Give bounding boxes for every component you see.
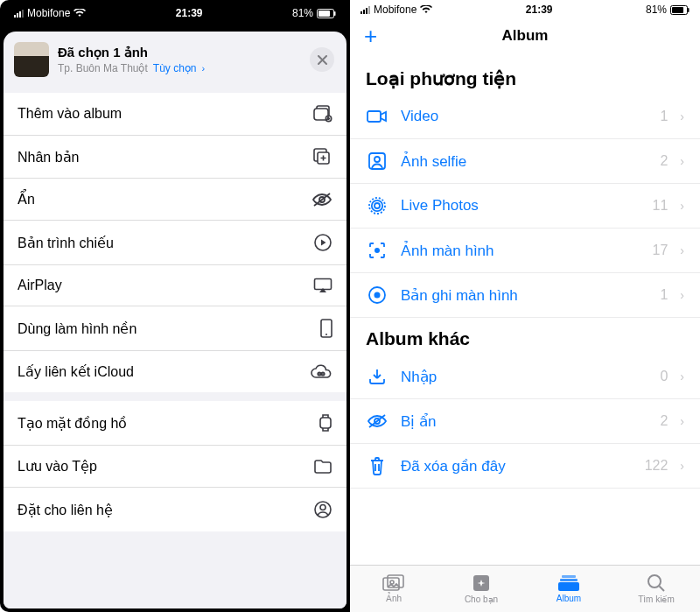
import-icon <box>366 365 388 388</box>
share-sheet: Đã chọn 1 ảnh Tp. Buôn Ma Thuột Tùy chọn… <box>4 32 346 608</box>
add-album-button[interactable]: + <box>364 28 377 44</box>
sheet-location: Tp. Buôn Ma Thuột <box>58 62 148 74</box>
tab-albums[interactable]: Album <box>525 566 612 612</box>
svg-rect-2 <box>334 11 336 16</box>
svg-rect-18 <box>688 8 690 12</box>
video-icon <box>366 105 388 128</box>
album-row-imports[interactable]: Nhập 0 › <box>350 355 700 399</box>
status-bar: Mobifone 21:39 81% <box>4 4 346 23</box>
duplicate-icon <box>310 148 332 165</box>
svg-rect-35 <box>558 582 579 591</box>
photo-thumbnail[interactable] <box>14 42 49 77</box>
close-button[interactable] <box>310 47 334 72</box>
nav-bar: + Album <box>350 19 700 51</box>
hidden-icon <box>366 410 388 433</box>
contact-icon <box>310 500 332 519</box>
action-airplay[interactable]: AirPlay <box>4 265 346 306</box>
selfie-icon <box>366 150 388 172</box>
clock: 21:39 <box>176 7 203 19</box>
tab-photos[interactable]: Ảnh <box>350 566 438 612</box>
svg-rect-19 <box>368 111 381 122</box>
watch-icon <box>310 413 332 433</box>
carrier-label: Mobifone <box>27 7 70 19</box>
wifi-icon <box>74 9 86 18</box>
folder-icon <box>310 459 332 475</box>
cloud-link-icon <box>310 364 332 380</box>
wifi-icon <box>420 5 432 14</box>
svg-point-22 <box>374 203 380 208</box>
album-row-screenrecord[interactable]: Bản ghi màn hình 1 › <box>350 273 700 318</box>
phone-icon <box>310 319 332 338</box>
sheet-title: Đã chọn 1 ảnh <box>58 45 301 60</box>
phone-share-sheet: Mobifone 21:39 81% Đã chọn 1 ảnh Tp. Buô… <box>0 0 350 612</box>
svg-point-25 <box>374 248 380 253</box>
album-row-screenshot[interactable]: Ảnh màn hình 17 › <box>350 229 700 273</box>
tab-search[interactable]: Tìm kiếm <box>612 566 700 612</box>
svg-point-10 <box>326 334 327 335</box>
battery-percent: 81% <box>292 7 313 19</box>
albums-content[interactable]: Loại phương tiện Video 1 › Ảnh selfie 2 … <box>350 51 700 565</box>
live-icon <box>366 194 388 217</box>
battery-icon <box>317 9 336 18</box>
record-icon <box>366 284 388 306</box>
svg-rect-13 <box>320 418 331 428</box>
svg-rect-17 <box>672 7 683 13</box>
trash-icon <box>366 454 388 477</box>
svg-point-27 <box>374 292 381 299</box>
action-wallpaper[interactable]: Dùng làm hình nền <box>4 306 346 351</box>
album-row-selfie[interactable]: Ảnh selfie 2 › <box>350 139 700 184</box>
hide-icon <box>310 192 332 208</box>
album-row-trash[interactable]: Đã xóa gần đây 122 › <box>350 444 700 489</box>
action-save-to-files[interactable]: Lưu vào Tệp <box>4 446 346 488</box>
add-album-icon <box>310 105 332 123</box>
chevron-right-icon: › <box>680 243 684 257</box>
chevron-right-icon: › <box>680 459 684 473</box>
svg-rect-8 <box>315 279 332 290</box>
phone-albums-screen: Mobifone 21:39 81% + Album Loại phương t… <box>350 0 700 612</box>
status-bar: Mobifone 21:39 81% <box>350 0 700 19</box>
svg-point-36 <box>648 575 661 587</box>
clock: 21:39 <box>526 4 553 16</box>
album-row-live[interactable]: Live Photos 11 › <box>350 184 700 229</box>
svg-point-23 <box>372 200 382 211</box>
battery-percent: 81% <box>646 4 667 16</box>
svg-rect-33 <box>562 575 576 578</box>
chevron-right-icon: › <box>680 154 684 168</box>
action-group-2: Tạo mặt đồng hồ Lưu vào Tệp Đặt cho liên… <box>4 401 346 531</box>
battery-icon <box>670 5 690 15</box>
section-media-types: Loại phương tiện <box>350 58 700 95</box>
svg-rect-20 <box>369 153 385 169</box>
tab-for-you[interactable]: Cho bạn <box>438 566 525 612</box>
chevron-right-icon: › <box>680 369 684 383</box>
airplay-icon <box>310 278 332 293</box>
signal-icon <box>14 9 24 18</box>
options-link[interactable]: Tùy chọn <box>153 62 197 74</box>
svg-rect-1 <box>318 11 330 17</box>
tab-bar: Ảnh Cho bạn Album Tìm kiếm <box>350 565 700 612</box>
action-icloud-link[interactable]: Lấy liên kết iCloud <box>4 351 346 392</box>
action-hide[interactable]: Ẩn <box>4 179 346 221</box>
play-icon <box>310 233 332 252</box>
action-add-to-album[interactable]: Thêm vào album <box>4 93 346 136</box>
screenshot-icon <box>366 239 388 262</box>
chevron-right-icon: › <box>680 199 684 213</box>
svg-point-21 <box>374 157 380 162</box>
chevron-right-icon: › <box>680 109 684 123</box>
section-other-albums: Album khác <box>350 318 700 355</box>
svg-rect-34 <box>560 579 578 581</box>
action-group-1: Thêm vào album Nhân bản Ẩn <box>4 93 346 392</box>
signal-icon <box>360 5 370 14</box>
nav-title: Album <box>502 27 549 45</box>
action-watch-face[interactable]: Tạo mặt đồng hồ <box>4 401 346 446</box>
carrier-label: Mobifone <box>374 4 416 16</box>
album-row-video[interactable]: Video 1 › <box>350 95 700 139</box>
sheet-header: Đã chọn 1 ảnh Tp. Buôn Ma Thuột Tùy chọn… <box>4 32 346 88</box>
album-row-hidden[interactable]: Bị ẩn 2 › <box>350 399 700 444</box>
svg-point-15 <box>320 505 326 510</box>
chevron-right-icon: › <box>680 414 684 428</box>
chevron-right-icon: › <box>202 63 206 74</box>
chevron-right-icon: › <box>680 288 684 302</box>
action-assign-contact[interactable]: Đặt cho liên hệ <box>4 488 346 531</box>
action-duplicate[interactable]: Nhân bản <box>4 136 346 179</box>
action-slideshow[interactable]: Bản trình chiếu <box>4 221 346 265</box>
